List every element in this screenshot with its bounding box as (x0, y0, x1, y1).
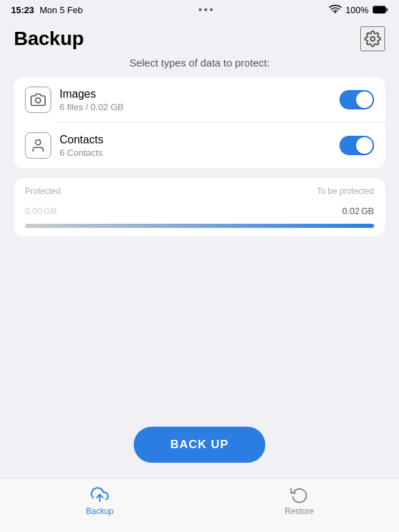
svg-point-3 (35, 98, 40, 103)
gear-icon (364, 30, 381, 47)
images-name: Images (60, 88, 339, 100)
status-date: Mon 5 Feb (39, 5, 82, 15)
tab-backup-label: Backup (86, 506, 114, 516)
contacts-row: Contacts 6 Contacts (14, 123, 385, 168)
main-content: Select types of data to protect: Images … (0, 57, 399, 236)
progress-labels: Protected To be protected (25, 186, 374, 196)
protected-unit: GB (44, 206, 57, 216)
protected-value: 0.00GB (25, 200, 57, 218)
to-be-protected-unit: GB (361, 206, 374, 216)
camera-icon (30, 92, 46, 107)
section-label: Select types of data to protect: (14, 57, 385, 69)
contacts-sub: 6 Contacts (60, 148, 339, 158)
battery-text: 100% (346, 5, 369, 15)
contacts-info: Contacts 6 Contacts (60, 134, 339, 158)
restore-tab-icon (290, 486, 308, 504)
protected-label: Protected (25, 186, 60, 196)
contacts-name: Contacts (60, 134, 339, 146)
person-icon (30, 138, 46, 153)
progress-values: 0.00GB 0.02GB (25, 200, 374, 218)
to-be-protected-value: 0.02GB (342, 200, 374, 218)
battery-icon (373, 6, 388, 14)
status-indicators: 100% (329, 5, 388, 15)
page-header: Backup (0, 19, 399, 57)
progress-card: Protected To be protected 0.00GB 0.02GB (14, 178, 385, 236)
svg-point-4 (35, 140, 40, 145)
settings-button[interactable] (360, 26, 385, 51)
images-sub: 6 files / 0.02 GB (60, 102, 339, 112)
progress-bar (25, 224, 374, 228)
status-dots (199, 8, 213, 11)
page-title: Backup (14, 28, 84, 50)
svg-rect-1 (387, 8, 388, 12)
images-info: Images 6 files / 0.02 GB (60, 88, 339, 112)
svg-point-2 (371, 37, 375, 41)
backup-button[interactable]: BACK UP (134, 427, 265, 463)
tab-restore-label: Restore (285, 506, 314, 516)
tab-backup[interactable]: Backup (0, 486, 200, 516)
backup-tab-icon (91, 486, 109, 504)
to-be-protected-label: To be protected (317, 186, 374, 196)
images-row: Images 6 files / 0.02 GB (14, 77, 385, 123)
camera-icon-box (25, 87, 51, 113)
tab-bar: Backup Restore (0, 478, 399, 532)
svg-rect-0 (373, 6, 385, 13)
person-icon-box (25, 132, 51, 159)
status-time: 15:23 (11, 5, 34, 15)
wifi-icon (329, 5, 342, 15)
contacts-toggle[interactable] (339, 136, 374, 155)
progress-bar-fill (25, 224, 374, 228)
images-toggle[interactable] (339, 90, 374, 109)
tab-restore[interactable]: Restore (200, 486, 399, 516)
status-bar: 15:23 Mon 5 Feb 100% (0, 0, 399, 19)
data-items-card: Images 6 files / 0.02 GB Contacts 6 Cont… (14, 77, 385, 168)
